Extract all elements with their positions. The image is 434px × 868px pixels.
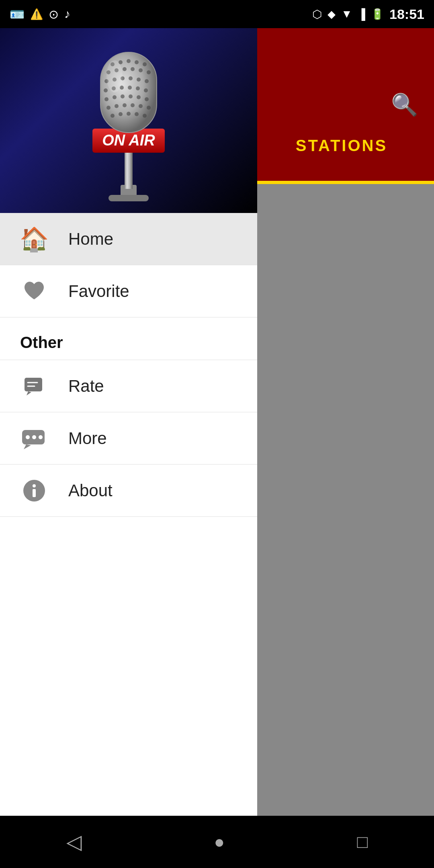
svg-point-42: [111, 114, 115, 118]
svg-rect-59: [33, 489, 36, 497]
svg-point-41: [147, 106, 151, 110]
status-right-icons: ⬡ ◆ ▼ ▐ 🔋 18:51: [312, 6, 424, 22]
svg-point-40: [139, 104, 143, 108]
profile-icon: 🪪: [10, 7, 25, 21]
svg-point-43: [119, 112, 123, 116]
svg-marker-53: [24, 444, 31, 449]
svg-point-54: [26, 435, 30, 439]
cast-icon: ⬡: [312, 8, 322, 21]
section-other-label: Other: [20, 334, 63, 351]
status-bar: 🪪 ⚠️ ⊙ ♪ ⬡ ◆ ▼ ▐ 🔋 18:51: [0, 0, 434, 28]
svg-point-11: [143, 62, 147, 66]
svg-point-28: [136, 86, 140, 90]
heart-icon: [23, 280, 46, 303]
svg-point-24: [104, 88, 108, 92]
svg-point-10: [135, 60, 139, 64]
back-button[interactable]: ◁: [50, 826, 98, 858]
svg-point-14: [123, 67, 127, 71]
svg-point-21: [129, 76, 133, 80]
status-left-icons: 🪪 ⚠️ ⊙ ♪: [10, 7, 70, 21]
svg-point-23: [145, 79, 149, 83]
menu-item-home[interactable]: 🏠 Home: [0, 213, 257, 265]
rate-icon-container: [20, 372, 48, 400]
svg-point-47: [106, 60, 123, 92]
status-time: 18:51: [389, 6, 424, 22]
info-icon-container: [20, 477, 48, 505]
svg-point-46: [143, 114, 147, 118]
svg-point-34: [137, 95, 141, 99]
wifi-icon: ▼: [341, 8, 352, 20]
svg-point-39: [131, 103, 135, 107]
more-label: More: [68, 429, 107, 448]
svg-point-35: [145, 97, 149, 101]
svg-rect-48: [25, 378, 42, 391]
svg-point-37: [115, 104, 119, 108]
svg-point-55: [32, 435, 36, 439]
recents-button[interactable]: □: [341, 828, 384, 856]
rate-label: Rate: [68, 377, 104, 396]
more-icon-container: [20, 424, 48, 452]
favorite-label: Favorite: [68, 282, 129, 301]
boost-icon: ◆: [328, 8, 336, 20]
svg-point-30: [104, 97, 108, 101]
menu-list: 🏠 Home Favorite Other: [0, 213, 257, 844]
alert-icon: ⚠️: [30, 8, 43, 20]
svg-point-36: [106, 106, 111, 110]
svg-point-56: [39, 435, 43, 439]
battery-icon: 🔋: [371, 8, 384, 20]
bottom-nav: ◁ ● □: [0, 816, 434, 868]
home-icon: 🏠: [20, 225, 49, 253]
home-icon-container: 🏠: [20, 225, 48, 253]
svg-rect-2: [125, 149, 133, 189]
heart-icon-container: [20, 277, 48, 305]
svg-point-29: [144, 88, 148, 92]
hero-image: ON AIR: [0, 28, 257, 213]
svg-point-44: [127, 112, 131, 116]
svg-point-17: [147, 70, 151, 74]
svg-text:ON AIR: ON AIR: [102, 132, 155, 149]
svg-point-38: [123, 103, 127, 107]
svg-point-16: [139, 68, 143, 72]
info-icon: [23, 479, 46, 502]
menu-item-about[interactable]: About: [0, 465, 257, 517]
signal-icon: ▐: [358, 8, 365, 20]
section-other-header: Other: [0, 317, 257, 360]
svg-point-32: [121, 94, 125, 98]
more-icon: [20, 427, 48, 450]
search-icon[interactable]: 🔍: [391, 92, 418, 117]
svg-point-31: [113, 95, 117, 99]
rate-icon: [23, 375, 46, 398]
svg-rect-6: [100, 52, 157, 133]
navigation-drawer: ON AIR: [0, 28, 257, 844]
svg-point-45: [135, 112, 139, 116]
home-button[interactable]: ●: [198, 828, 241, 856]
stations-label: STATIONS: [296, 137, 387, 155]
svg-point-9: [127, 59, 131, 63]
svg-point-15: [131, 67, 135, 71]
menu-item-more[interactable]: More: [0, 412, 257, 465]
svg-point-33: [129, 94, 133, 98]
menu-item-favorite[interactable]: Favorite: [0, 265, 257, 317]
about-label: About: [68, 481, 113, 500]
home-label: Home: [68, 229, 113, 249]
svg-point-27: [128, 86, 132, 90]
svg-rect-1: [108, 195, 149, 201]
music-icon: ♪: [64, 7, 70, 21]
svg-marker-49: [27, 391, 31, 395]
microphone-svg: ON AIR: [52, 36, 205, 205]
svg-point-58: [33, 484, 36, 487]
right-panel: 🔍 STATIONS: [249, 28, 434, 844]
menu-item-rate[interactable]: Rate: [0, 360, 257, 412]
svg-point-22: [137, 78, 141, 82]
camera-icon: ⊙: [49, 7, 59, 21]
